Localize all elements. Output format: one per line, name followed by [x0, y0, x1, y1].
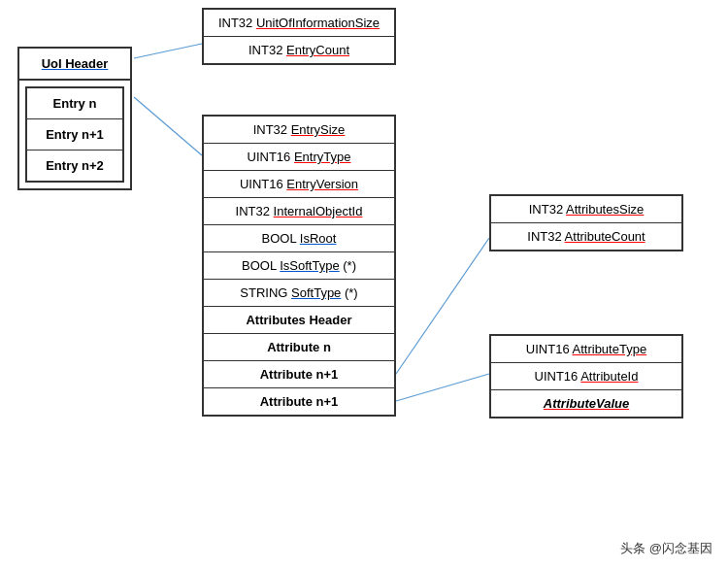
entry-count-row: INT32 EntryCount [204, 37, 394, 63]
unit-info-size-row: INT32 UnitOfInformationSize [204, 10, 394, 37]
entry-version-label: EntryVersion [286, 177, 358, 191]
right-bottom-group: UINT16 AttributeType UINT16 AttributeId … [489, 334, 683, 418]
entry-type-row: UINT16 EntryType [204, 144, 394, 171]
attribute-value-row: AttributeValue [491, 390, 681, 417]
svg-line-3 [396, 374, 489, 401]
attribute-n1-row: Attribute n+1 [204, 361, 394, 388]
svg-line-1 [134, 97, 202, 155]
watermark: 头条 @闪念基因 [620, 540, 712, 557]
soft-type-label: SoftType [291, 285, 341, 300]
entry-n: Entry n [27, 88, 122, 119]
internal-object-id-row: INT32 InternalObjectId [204, 198, 394, 225]
diagram-container: UoI Header Entry n Entry n+1 Entry n+2 I… [0, 0, 728, 569]
is-soft-type-row: BOOL IsSoftType (*) [204, 252, 394, 280]
entry-n2: Entry n+2 [27, 151, 122, 181]
uoi-group: UoI Header Entry n Entry n+1 Entry n+2 [17, 47, 132, 190]
attribute-n-row: Attribute n [204, 334, 394, 361]
entry-n1: Entry n+1 [27, 119, 122, 151]
svg-line-2 [396, 238, 489, 374]
attribute-type-label: AttributeType [573, 342, 647, 356]
svg-line-0 [134, 44, 202, 58]
internal-object-id-label: InternalObjectId [274, 204, 363, 218]
soft-type-row: STRING SoftType (*) [204, 280, 394, 307]
attribute-type-row: UINT16 AttributeType [491, 336, 681, 363]
is-soft-type-label: IsSoftType [280, 258, 339, 273]
right-top-group: INT32 AttributesSize INT32 AttributeCoun… [489, 194, 683, 251]
entry-type-label: EntryType [294, 150, 351, 164]
unit-info-size-label: UnitOfInformationSize [256, 16, 380, 30]
attribute-count-label: AttributeCount [565, 229, 645, 244]
entry-count-label: EntryCount [286, 43, 349, 57]
attribute-id-row: UINT16 AttributeId [491, 363, 681, 390]
entry-size-label: EntrySize [291, 122, 346, 137]
top-mid-group: INT32 UnitOfInformationSize INT32 EntryC… [202, 8, 396, 65]
attribute-id-label: AttributeId [580, 369, 638, 384]
attribute-n1b-row: Attribute n+1 [204, 388, 394, 415]
is-root-row: BOOL IsRoot [204, 225, 394, 252]
entry-size-row: INT32 EntrySize [204, 117, 394, 144]
uoi-header-label: UoI Header [19, 49, 130, 81]
entry-version-row: UINT16 EntryVersion [204, 171, 394, 198]
is-root-label: IsRoot [300, 231, 337, 246]
attribute-value-label: AttributeValue [544, 396, 629, 411]
attribute-count-row: INT32 AttributeCount [491, 223, 681, 250]
attributes-size-row: INT32 AttributesSize [491, 196, 681, 223]
attributes-header-row: Attributes Header [204, 307, 394, 334]
attributes-size-label: AttributesSize [566, 202, 644, 217]
entry-detail-group: INT32 EntrySize UINT16 EntryType UINT16 … [202, 115, 396, 417]
uoi-entries: Entry n Entry n+1 Entry n+2 [25, 86, 124, 183]
